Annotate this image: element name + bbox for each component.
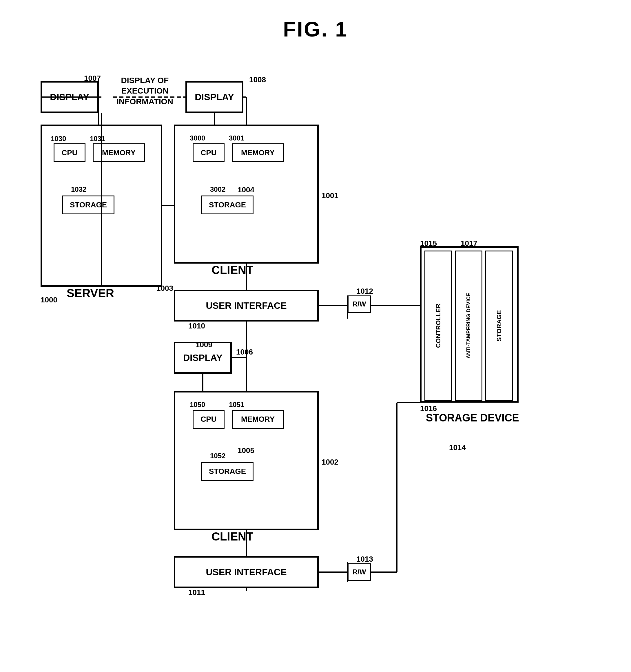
ref-1008: 1008 [249, 75, 266, 84]
server-cpu-box: CPU [53, 143, 86, 162]
ref-1017: 1017 [461, 239, 477, 248]
ref-1001: 1001 [322, 191, 338, 200]
ref-1010: 1010 [188, 321, 205, 331]
client-bot-memory: MEMORY [232, 410, 284, 429]
ref-1012: 1012 [356, 287, 373, 296]
page-title: FIG. 1 [0, 0, 631, 41]
display-top: DISPLAY [185, 81, 243, 113]
ref-1032: 1032 [71, 185, 86, 193]
ref-1007: 1007 [84, 74, 101, 83]
client-top-storage: STORAGE [201, 195, 254, 214]
server-box: CPU MEMORY STORAGE 1030 1031 1032 [41, 124, 162, 287]
ref-1004: 1004 [238, 185, 254, 194]
ref-1006: 1006 [236, 347, 253, 357]
ref-1011: 1011 [188, 588, 205, 597]
diagram: DISPLAY DISPLAY OF EXECUTION INFORMATION… [29, 58, 603, 652]
ref-1015: 1015 [420, 239, 437, 248]
ref-3000: 3000 [190, 134, 205, 142]
client-top-label: CLIENT [211, 264, 253, 277]
ref-1002: 1002 [322, 458, 338, 466]
client-top-cpu: CPU [193, 143, 225, 162]
server-label: SERVER [67, 287, 114, 300]
anti-tampering-label: ANTI-TAMPERING DEVICE [456, 251, 482, 400]
controller-label: CONTROLLER [425, 251, 451, 400]
client-bot-storage: STORAGE [201, 462, 254, 481]
ref-1003: 1003 [157, 284, 173, 293]
ref-1030: 1030 [51, 135, 66, 143]
display-left: DISPLAY [41, 81, 98, 113]
server-storage-box: STORAGE [62, 195, 114, 214]
ref-1052: 1052 [210, 452, 226, 460]
ref-1014: 1014 [449, 443, 466, 452]
client-top-memory: MEMORY [232, 143, 284, 162]
ref-1031: 1031 [90, 135, 105, 143]
ui-top: USER INTERFACE [174, 290, 319, 321]
ref-1051: 1051 [229, 401, 244, 409]
storage-device-label: STORAGE DEVICE [426, 411, 519, 425]
ref-3002: 3002 [210, 185, 226, 193]
rw-bot: R/W [348, 563, 371, 581]
ref-1005: 1005 [238, 446, 254, 455]
ref-1009: 1009 [195, 340, 212, 349]
anti-tampering-box: ANTI-TAMPERING DEVICE [455, 250, 482, 401]
storage-device-storage-label: STORAGE [486, 251, 512, 400]
client-bot-label: CLIENT [211, 530, 253, 543]
storage-device-storage-box: STORAGE [485, 250, 513, 401]
execution-info-label: DISPLAY OF EXECUTION INFORMATION [107, 75, 183, 107]
ui-bot: USER INTERFACE [174, 556, 319, 588]
storage-device-outer: CONTROLLER ANTI-TAMPERING DEVICE STORAGE [420, 246, 519, 403]
client-bot-box: CPU MEMORY STORAGE 1050 1051 1052 [174, 391, 319, 530]
controller-box: CONTROLLER [424, 250, 452, 401]
client-bot-cpu: CPU [193, 410, 225, 429]
ref-1050: 1050 [190, 401, 205, 409]
server-memory-box: MEMORY [93, 143, 145, 162]
rw-top: R/W [348, 295, 371, 313]
ref-3001: 3001 [229, 134, 244, 142]
ref-1013: 1013 [356, 555, 373, 564]
ref-1000: 1000 [41, 295, 57, 305]
